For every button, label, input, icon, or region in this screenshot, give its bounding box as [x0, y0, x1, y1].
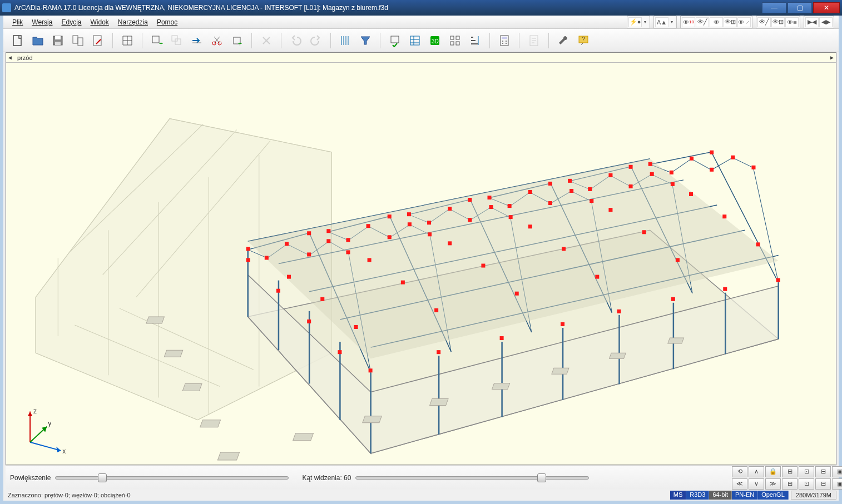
- nav-down-button[interactable]: ∨: [749, 478, 764, 490]
- badge-pn-en[interactable]: PN-EN: [732, 491, 758, 500]
- menu-narzedzia[interactable]: Narzędzia: [113, 17, 152, 27]
- cut-button[interactable]: [208, 32, 226, 49]
- rt-btn-text[interactable]: A▲: [655, 17, 668, 27]
- svg-rect-70: [246, 247, 250, 251]
- svg-rect-7: [152, 36, 159, 43]
- settings-grid-button[interactable]: [446, 32, 464, 49]
- nav-view6-button[interactable]: ⊡: [799, 478, 814, 490]
- copy-button[interactable]: [168, 32, 186, 49]
- eye-icon[interactable]: 👁⟋: [737, 17, 751, 27]
- svg-rect-144: [363, 416, 382, 423]
- move-button[interactable]: [188, 32, 206, 49]
- view-label: przód: [17, 54, 33, 61]
- fov-slider[interactable]: [355, 476, 589, 480]
- collapse-icon[interactable]: ▶◀: [805, 17, 819, 27]
- menu-edycja[interactable]: Edycja: [57, 17, 86, 27]
- nav-lock-button[interactable]: 🔒: [765, 466, 781, 477]
- save-button[interactable]: [49, 32, 67, 49]
- nav-view7-button[interactable]: ⊟: [815, 478, 831, 490]
- eye-icon[interactable]: 👁10: [682, 17, 695, 27]
- svg-rect-127: [368, 258, 372, 262]
- rt-group-2: A▲ ▾: [653, 16, 677, 29]
- levels-button[interactable]: [466, 32, 484, 49]
- svg-rect-149: [668, 338, 684, 343]
- app-icon: [2, 3, 11, 12]
- svg-point-28: [506, 43, 507, 44]
- svg-rect-108: [710, 168, 714, 172]
- svg-rect-92: [508, 204, 512, 208]
- nav-view4-button[interactable]: ▣: [832, 466, 842, 477]
- menu-pomoc[interactable]: Pomoc: [152, 17, 182, 27]
- expand-icon[interactable]: ◀▶: [819, 17, 833, 27]
- nav-view2-button[interactable]: ⊡: [799, 466, 814, 477]
- bottom-panel: Powiększenie Kąt widzenia: 60 ⟲ ∧ 🔒 ⊞ ⊡ …: [6, 465, 836, 490]
- delete-button[interactable]: [257, 32, 275, 49]
- eye-icon[interactable]: 👁⊞: [771, 17, 785, 27]
- nav-right-button[interactable]: ≫: [765, 478, 781, 490]
- nav-view8-button[interactable]: ▣: [832, 478, 842, 490]
- svg-rect-142: [217, 452, 239, 460]
- nav-up-button[interactable]: ∧: [749, 466, 764, 477]
- hatch-button[interactable]: [336, 32, 354, 49]
- tools-button[interactable]: [554, 32, 572, 49]
- minimize-button[interactable]: —: [762, 2, 786, 13]
- calc-button[interactable]: [496, 32, 513, 49]
- nav-view5-button[interactable]: ⊞: [782, 478, 798, 490]
- eye-icon[interactable]: 👁╱: [757, 17, 771, 27]
- nav-view3-button[interactable]: ⊟: [815, 466, 831, 477]
- filter-button[interactable]: [356, 32, 374, 49]
- help-button[interactable]: ?: [574, 32, 592, 49]
- report-button[interactable]: [525, 32, 543, 49]
- menu-plik[interactable]: Plik: [8, 17, 27, 27]
- redo-button[interactable]: [307, 32, 325, 49]
- new-button[interactable]: [9, 32, 27, 49]
- rt-group-5: ▶◀ ◀▶: [804, 16, 834, 29]
- svg-rect-76: [307, 231, 311, 235]
- canvas-3d[interactable]: z x y: [6, 63, 836, 465]
- svg-rect-129: [434, 308, 438, 312]
- eye-icon[interactable]: 👁: [710, 17, 723, 27]
- export-button[interactable]: [89, 32, 107, 49]
- svg-rect-123: [338, 350, 341, 354]
- svg-rect-147: [552, 368, 569, 374]
- eye-icon[interactable]: 👁╱: [696, 17, 709, 27]
- insert-node-button[interactable]: +: [228, 32, 246, 49]
- undo-button[interactable]: [287, 32, 305, 49]
- axis-y-label: y: [48, 420, 51, 427]
- svg-rect-113: [437, 350, 440, 354]
- save-as-button[interactable]: [69, 32, 87, 49]
- rt-dropdown-icon[interactable]: ▾: [668, 17, 675, 27]
- view-label-bar[interactable]: przód: [6, 53, 836, 63]
- close-button[interactable]: ✕: [813, 2, 840, 13]
- nav-left-button[interactable]: ≪: [732, 478, 747, 490]
- grid-button[interactable]: [118, 32, 136, 49]
- zoom-slider[interactable]: [55, 476, 289, 480]
- axis-x-label: x: [62, 447, 66, 455]
- table-button[interactable]: [406, 32, 424, 49]
- badge-opengl[interactable]: OpenGL: [758, 491, 789, 500]
- nav-fit-button[interactable]: ⟲: [732, 466, 747, 477]
- svg-rect-80: [388, 235, 392, 239]
- svg-rect-122: [307, 320, 311, 323]
- nav-view1-button[interactable]: ⊞: [782, 466, 798, 477]
- svg-rect-87: [468, 218, 472, 222]
- fov-label: Kąt widzenia: 60: [302, 474, 351, 482]
- rt-dropdown-icon[interactable]: ▾: [642, 17, 648, 27]
- maximize-button[interactable]: ▢: [787, 2, 812, 13]
- open-button[interactable]: [29, 32, 47, 49]
- badge-ms[interactable]: MS: [670, 491, 687, 500]
- eye-icon[interactable]: 👁≡: [785, 17, 799, 27]
- badge-r3d3[interactable]: R3D3: [686, 491, 709, 500]
- eye-icon[interactable]: 👁⊞: [724, 17, 737, 27]
- view3d-button[interactable]: 3D: [426, 32, 444, 49]
- svg-marker-157: [56, 447, 61, 452]
- status-badges: MS R3D3 64-bit PN-EN OpenGL 280M/3179M: [670, 491, 836, 500]
- add-node-button[interactable]: +: [148, 32, 166, 49]
- svg-rect-117: [671, 297, 675, 301]
- svg-rect-109: [731, 156, 735, 159]
- menu-widok[interactable]: Widok: [86, 17, 113, 27]
- rt-btn-loads[interactable]: ⚡●: [628, 17, 642, 27]
- rt-group-4: 👁╱ 👁⊞ 👁≡: [756, 16, 800, 29]
- check-button[interactable]: [386, 32, 404, 49]
- menu-wersja[interactable]: Wersja: [27, 17, 57, 27]
